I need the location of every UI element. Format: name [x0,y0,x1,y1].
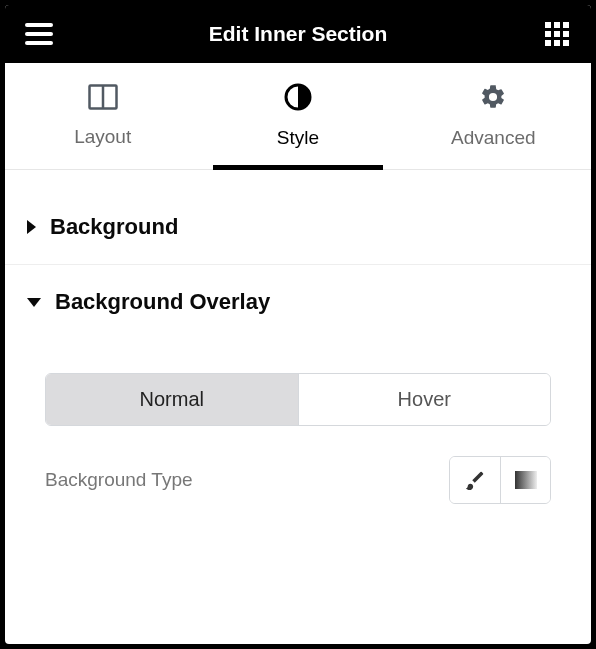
spacer [5,170,591,190]
state-toggle: Normal Hover [45,373,551,426]
section-background-header[interactable]: Background [5,190,591,264]
apps-button[interactable] [541,18,573,50]
tab-label: Advanced [451,127,536,149]
svg-rect-7 [554,31,560,37]
svg-rect-6 [545,31,551,37]
tabs-row: Layout Style Advanced [5,63,591,170]
background-type-row: Background Type [45,456,551,504]
background-type-classic-button[interactable] [450,457,500,503]
panel-frame: Edit Inner Section Layout Style Advanced [5,5,591,644]
header-title: Edit Inner Section [55,22,541,46]
svg-rect-2 [25,41,53,45]
svg-rect-3 [545,22,551,28]
section-background: Background [5,190,591,265]
gradient-icon [515,471,537,489]
background-type-gradient-button[interactable] [500,457,550,503]
brush-icon [464,469,486,491]
section-background-overlay-header[interactable]: Background Overlay [5,265,591,339]
background-type-label: Background Type [45,469,193,491]
apps-grid-icon [545,22,569,46]
section-content: Normal Hover Background Type [5,339,591,534]
tab-layout[interactable]: Layout [5,63,200,169]
svg-rect-11 [563,40,569,46]
menu-button[interactable] [23,18,55,50]
svg-rect-9 [545,40,551,46]
svg-rect-8 [563,31,569,37]
section-title: Background Overlay [55,289,270,315]
toggle-normal[interactable]: Normal [46,374,298,425]
background-type-buttons [449,456,551,504]
tab-advanced[interactable]: Advanced [396,63,591,169]
tab-label: Layout [74,126,131,148]
svg-rect-5 [563,22,569,28]
section-title: Background [50,214,178,240]
columns-icon [88,84,118,114]
tab-style[interactable]: Style [200,63,395,169]
gear-icon [479,83,507,115]
section-background-overlay: Background Overlay Normal Hover Backgrou… [5,265,591,534]
svg-rect-1 [25,32,53,36]
svg-rect-0 [25,23,53,27]
caret-down-icon [27,298,41,307]
hamburger-icon [25,23,53,45]
tab-label: Style [277,127,319,149]
svg-rect-10 [554,40,560,46]
half-circle-icon [284,83,312,115]
caret-right-icon [27,220,36,234]
header-bar: Edit Inner Section [5,5,591,63]
svg-rect-4 [554,22,560,28]
toggle-hover[interactable]: Hover [298,374,551,425]
